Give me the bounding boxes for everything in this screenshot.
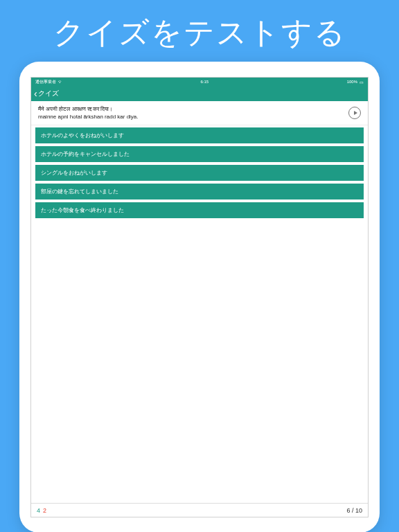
content-area bbox=[31, 223, 368, 503]
answer-option[interactable]: ホテルの予約をキャンセルしました bbox=[35, 146, 364, 162]
score-correct: 4 bbox=[37, 507, 40, 514]
tablet-screen: 通信事業者 ᯤ 6:15 100% ▭ ‹ クイズ मैंने अपनी होट… bbox=[30, 77, 369, 517]
nav-bar: ‹ クイズ bbox=[31, 86, 368, 101]
battery-icon: ▭ bbox=[360, 80, 364, 85]
answer-option[interactable]: シングルをおねがいします bbox=[35, 165, 364, 181]
play-icon bbox=[354, 111, 357, 115]
progress-label: 6 / 10 bbox=[346, 507, 362, 514]
question-hindi: मैंने अपनी होटल आरक्षण रद्द कर दिया। bbox=[38, 105, 139, 113]
chevron-left-icon: ‹ bbox=[34, 88, 37, 99]
answer-option[interactable]: ホテルのよやくをおねがいします bbox=[35, 127, 364, 143]
hero-title: クイズをテストする bbox=[0, 0, 399, 62]
play-button[interactable] bbox=[348, 107, 361, 119]
bottom-bar: 4 2 6 / 10 bbox=[31, 503, 368, 517]
question-text: मैंने अपनी होटल आरक्षण रद्द कर दिया। mai… bbox=[38, 105, 139, 121]
status-time: 6:15 bbox=[200, 80, 209, 84]
answer-option[interactable]: たった今朝食を食べ終わりました bbox=[35, 202, 364, 218]
answers-list: ホテルのよやくをおねがいします ホテルの予約をキャンセルしました シングルをおね… bbox=[31, 125, 368, 223]
battery-label: 100% bbox=[347, 80, 357, 84]
status-bar: 通信事業者 ᯤ 6:15 100% ▭ bbox=[31, 78, 368, 86]
carrier-label: 通信事業者 bbox=[35, 79, 56, 85]
back-button[interactable]: ‹ クイズ bbox=[34, 88, 59, 99]
answer-option[interactable]: 部屋の鍵を忘れてしまいました bbox=[35, 184, 364, 200]
score-wrong: 2 bbox=[43, 507, 46, 514]
question-romanized: mainne apni hotal ārkshan radd kar diya. bbox=[38, 113, 139, 121]
tablet-frame: 通信事業者 ᯤ 6:15 100% ▭ ‹ クイズ मैंने अपनी होट… bbox=[19, 62, 380, 532]
wifi-icon: ᯤ bbox=[58, 80, 62, 84]
score: 4 2 bbox=[37, 507, 46, 514]
question-card: मैंने अपनी होटल आरक्षण रद्द कर दिया। mai… bbox=[31, 101, 368, 125]
back-label: クイズ bbox=[38, 89, 59, 98]
